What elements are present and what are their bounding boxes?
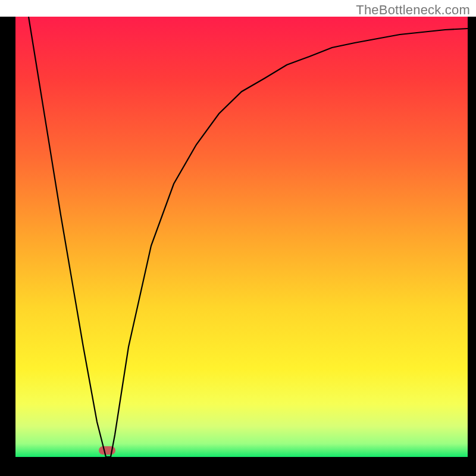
curve-path	[29, 17, 468, 457]
plot-area	[15, 17, 468, 457]
curve-svg	[15, 17, 468, 457]
chart-frame	[0, 17, 476, 476]
chart-root: TheBottleneck.com	[0, 0, 476, 476]
watermark-text: TheBottleneck.com	[356, 2, 470, 18]
